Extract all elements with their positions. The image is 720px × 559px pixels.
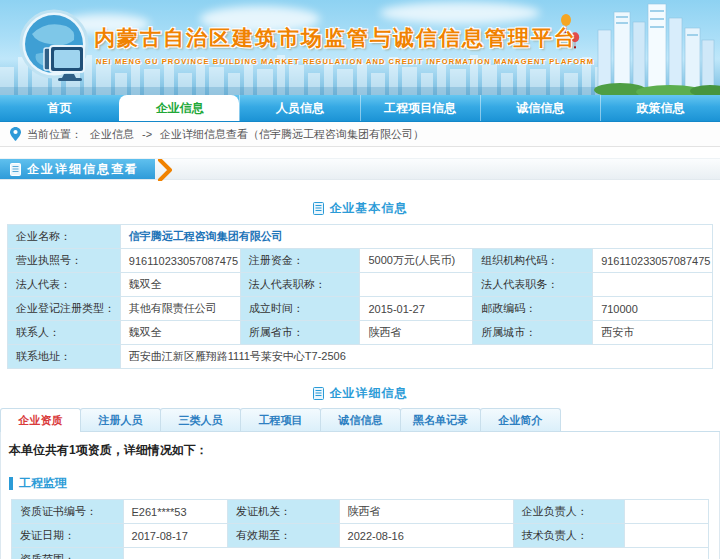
section-header-title: 企业详细信息查看 bbox=[27, 161, 139, 178]
field-label: 营业执照号： bbox=[8, 249, 121, 273]
table-row: 发证日期：2017-08-17有效期至：2022-08-16技术负责人： bbox=[12, 524, 709, 548]
section-header-bar: 企业详细信息查看 bbox=[0, 158, 720, 180]
site-title: 内蒙古自治区建筑市场监管与诚信信息管理平台 bbox=[94, 24, 577, 52]
buildings-decoration bbox=[590, 0, 720, 95]
document-icon bbox=[313, 202, 324, 215]
tab-1[interactable]: 注册人员 bbox=[80, 408, 161, 431]
table-row: 企业名称：信宇腾远工程咨询集团有限公司 bbox=[8, 225, 713, 249]
tab-6[interactable]: 企业简介 bbox=[480, 408, 561, 431]
field-value: 2017-08-17 bbox=[123, 524, 228, 548]
field-value: 2015-01-27 bbox=[360, 297, 473, 321]
field-label: 法人代表职务： bbox=[473, 273, 593, 297]
field-value: 916110233057087475 bbox=[120, 249, 240, 273]
nav-item-2[interactable]: 人员信息 bbox=[239, 95, 359, 121]
nav-item-0[interactable]: 首页 bbox=[0, 95, 119, 121]
table-row: 联系人：魏双全所属省市：陕西省所属城市：西安市 bbox=[8, 321, 713, 345]
field-label: 法人代表职称： bbox=[240, 273, 360, 297]
table-row: 资质证书编号：E261****53发证机关：陕西省企业负责人： bbox=[12, 500, 709, 524]
field-label: 发证机关： bbox=[228, 500, 340, 524]
field-value bbox=[625, 500, 709, 524]
field-label: 资质范围： bbox=[12, 548, 124, 559]
basic-info-heading-text: 企业基本信息 bbox=[330, 200, 408, 217]
field-label: 法人代表： bbox=[8, 273, 121, 297]
chevron-right-icon bbox=[157, 159, 175, 181]
field-value: 陕西省 bbox=[360, 321, 473, 345]
field-value: 西安曲江新区雁翔路1111号莱安中心T7-2506 bbox=[120, 345, 712, 369]
tab-5[interactable]: 黑名单记录 bbox=[400, 408, 481, 431]
nav-item-5[interactable]: 政策信息 bbox=[600, 95, 720, 121]
tab-3[interactable]: 工程项目 bbox=[240, 408, 321, 431]
nav-item-3[interactable]: 工程项目信息 bbox=[360, 95, 480, 121]
field-label: 企业登记注册类型： bbox=[8, 297, 121, 321]
qualification-name: 工程监理 bbox=[19, 475, 67, 492]
tab-4[interactable]: 诚信信息 bbox=[320, 408, 401, 431]
field-label: 联系人： bbox=[8, 321, 121, 345]
field-value: 信宇腾远工程咨询集团有限公司 bbox=[120, 225, 712, 249]
breadcrumb: 当前位置： 企业信息 -> 企业详细信息查看（信宇腾远工程咨询集团有限公司） bbox=[0, 122, 720, 147]
main-nav: 首页企业信息人员信息工程项目信息诚信信息政策信息 bbox=[0, 95, 720, 122]
table-row: 资质范围： bbox=[12, 548, 709, 559]
field-label: 组织机构代码： bbox=[473, 249, 593, 273]
field-value: 陕西省 bbox=[339, 500, 513, 524]
basic-info-table: 企业名称：信宇腾远工程咨询集团有限公司营业执照号：916110233057087… bbox=[7, 224, 713, 369]
field-label: 联系地址： bbox=[8, 345, 121, 369]
breadcrumb-current-page: 企业详细信息查看（信宇腾远工程咨询集团有限公司） bbox=[160, 127, 424, 142]
qualification-title: 工程监理 bbox=[9, 475, 711, 492]
site-banner: 内蒙古自治区建筑市场监管与诚信信息管理平台 NEI MENG GU PROVIN… bbox=[0, 0, 720, 95]
site-subtitle: NEI MENG GU PROVINCE BUILDING MARKET REG… bbox=[96, 57, 594, 66]
location-pin-icon bbox=[10, 127, 21, 141]
detail-info-heading: 企业详细信息 bbox=[0, 385, 720, 402]
blue-bar-icon bbox=[9, 477, 13, 490]
table-row: 企业登记注册类型：其他有限责任公司成立时间：2015-01-27邮政编码：710… bbox=[8, 297, 713, 321]
field-value: 710000 bbox=[593, 297, 713, 321]
field-label: 企业名称： bbox=[8, 225, 121, 249]
field-value bbox=[360, 273, 473, 297]
basic-info-heading: 企业基本信息 bbox=[0, 200, 720, 217]
field-value: 魏双全 bbox=[120, 321, 240, 345]
table-row: 法人代表：魏双全法人代表职称：法人代表职务： bbox=[8, 273, 713, 297]
cloud-decoration bbox=[380, 2, 540, 24]
field-value: 2022-08-16 bbox=[339, 524, 513, 548]
section-header-label: 企业详细信息查看 bbox=[0, 159, 155, 179]
field-value: 魏双全 bbox=[120, 273, 240, 297]
field-label: 所属省市： bbox=[240, 321, 360, 345]
field-value: 其他有限责任公司 bbox=[120, 297, 240, 321]
tab-2[interactable]: 三类人员 bbox=[160, 408, 241, 431]
nav-item-1[interactable]: 企业信息 bbox=[119, 95, 239, 121]
field-value: 西安市 bbox=[593, 321, 713, 345]
qualification-table: 资质证书编号：E261****53发证机关：陕西省企业负责人：发证日期：2017… bbox=[11, 499, 709, 559]
field-label: 所属城市： bbox=[473, 321, 593, 345]
qualification-summary: 本单位共有1项资质，详细情况如下： bbox=[1, 432, 719, 465]
field-label: 发证日期： bbox=[12, 524, 124, 548]
table-row: 营业执照号：916110233057087475注册资金：5000万元(人民币)… bbox=[8, 249, 713, 273]
table-row: 联系地址：西安曲江新区雁翔路1111号莱安中心T7-2506 bbox=[8, 345, 713, 369]
field-value bbox=[593, 273, 713, 297]
field-label: 资质证书编号： bbox=[12, 500, 124, 524]
document-icon bbox=[10, 163, 21, 176]
field-label: 技术负责人： bbox=[513, 524, 625, 548]
field-label: 有效期至： bbox=[228, 524, 340, 548]
field-label: 邮政编码： bbox=[473, 297, 593, 321]
site-logo-globe-computer-icon bbox=[16, 8, 92, 86]
tab-0[interactable]: 企业资质 bbox=[0, 408, 81, 432]
field-label: 注册资金： bbox=[240, 249, 360, 273]
field-value bbox=[625, 524, 709, 548]
detail-info-heading-text: 企业详细信息 bbox=[330, 385, 408, 402]
field-value bbox=[123, 548, 708, 559]
field-label: 成立时间： bbox=[240, 297, 360, 321]
breadcrumb-prefix: 当前位置： bbox=[27, 127, 82, 142]
field-value: 916110233057087475 bbox=[593, 249, 713, 273]
document-icon bbox=[313, 387, 324, 400]
detail-tabs: 企业资质注册人员三类人员工程项目诚信信息黑名单记录企业简介 bbox=[0, 408, 720, 432]
breadcrumb-arrow: -> bbox=[142, 128, 152, 140]
field-value: 5000万元(人民币) bbox=[360, 249, 473, 273]
detail-panel: 本单位共有1项资质，详细情况如下： 工程监理 资质证书编号：E261****53… bbox=[0, 432, 720, 559]
breadcrumb-section-link[interactable]: 企业信息 bbox=[90, 127, 134, 142]
field-value: E261****53 bbox=[123, 500, 228, 524]
nav-item-4[interactable]: 诚信信息 bbox=[480, 95, 600, 121]
field-label: 企业负责人： bbox=[513, 500, 625, 524]
